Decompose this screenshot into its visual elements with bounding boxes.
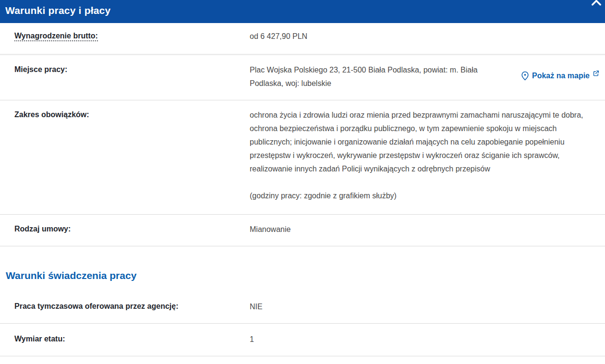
table-row-salary: Wynagrodzenie brutto: od 6 427,90 PLN: [0, 23, 605, 55]
location-pin-icon: [521, 71, 529, 81]
section-heading-warunki-swiadczenia: Warunki świadczenia pracy: [6, 270, 605, 281]
table-row-fte: Wymiar etatu: 1: [0, 324, 605, 356]
salary-value: od 6 427,90 PLN: [250, 30, 599, 43]
salary-tooltip-term[interactable]: Wynagrodzenie brutto:: [14, 32, 98, 41]
workplace-label: Miejsce pracy:: [14, 63, 250, 76]
contract-value: Mianowanie: [250, 223, 599, 236]
duties-text: ochrona życia i zdrowia ludzi oraz mieni…: [250, 109, 599, 176]
table-row-temp-agency: Praca tymczasowa oferowana przez agencję…: [0, 291, 605, 324]
contract-label: Rodzaj umowy:: [14, 223, 250, 235]
show-on-map-link[interactable]: Pokaż na mapie: [521, 71, 599, 81]
duties-label: Zakres obowiązków:: [14, 109, 250, 121]
chevron-up-icon[interactable]: [590, 0, 603, 9]
duties-hours-note: (godziny pracy: zgodnie z grafikiem służ…: [250, 189, 599, 203]
table-row-contract: Rodzaj umowy: Mianowanie: [0, 215, 605, 246]
pay-section-rows: Wynagrodzenie brutto: od 6 427,90 PLN Mi…: [0, 23, 605, 246]
panel-header-warunki-pracy[interactable]: Warunki pracy i płacy: [0, 0, 605, 23]
show-on-map-label: Pokaż na mapie: [532, 72, 590, 80]
temp-agency-label: Praca tymczasowa oferowana przez agencję…: [14, 300, 250, 313]
work-conditions-rows: Praca tymczasowa oferowana przez agencję…: [0, 291, 605, 364]
fte-value: 1: [250, 333, 599, 346]
table-row-duties: Zakres obowiązków: ochrona życia i zdrow…: [0, 100, 605, 215]
fte-label: Wymiar etatu:: [14, 333, 250, 345]
map-link-column: Pokaż na mapie: [510, 71, 599, 83]
external-link-icon: [593, 70, 599, 76]
workplace-value: Plac Wojska Polskiego 23, 21-500 Biała P…: [250, 63, 510, 90]
salary-label: Wynagrodzenie brutto:: [14, 30, 250, 42]
panel-title: Warunki pracy i płacy: [5, 5, 110, 16]
temp-agency-value: NIE: [250, 300, 599, 314]
table-row-workplace: Miejsce pracy: Plac Wojska Polskiego 23,…: [0, 55, 605, 100]
table-row-shifts: Zmianowość: trzy zmiany: [0, 356, 605, 364]
duties-value: ochrona życia i zdrowia ludzi oraz mieni…: [250, 109, 599, 203]
